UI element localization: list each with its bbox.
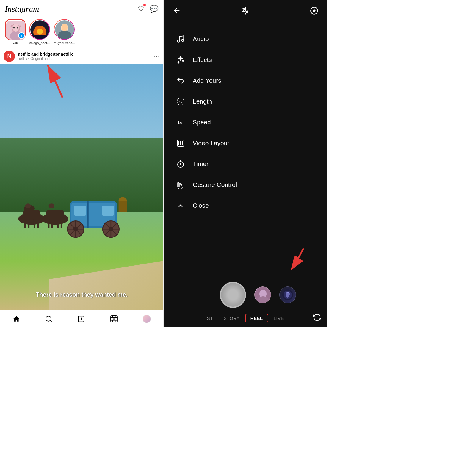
svg-point-59 (182, 39, 184, 41)
mode-tab-reel[interactable]: REEL (245, 314, 268, 322)
video-layout-icon (176, 138, 186, 148)
menu-item-add-yours[interactable]: Add Yours (164, 70, 327, 91)
story-username-man: mr.yaduvans... (54, 41, 75, 45)
menu-item-audio[interactable]: Audio (164, 29, 327, 49)
svg-point-6 (13, 27, 15, 29)
header-icons: ♡ 💬 (138, 5, 159, 13)
svg-point-74 (287, 292, 289, 293)
video-layout-label: Video Layout (193, 140, 229, 147)
timer-icon (176, 159, 186, 169)
capture-row (164, 277, 327, 311)
ig-logo: Instagram (5, 4, 39, 14)
timer-label: Timer (193, 160, 209, 167)
stories-row: + You ssiaga_phot... (0, 17, 163, 48)
close-label: Close (193, 202, 209, 209)
menu-item-speed[interactable]: 1× Speed (164, 112, 327, 133)
nav-search[interactable] (45, 315, 53, 323)
story-item-man[interactable]: mr.yaduvans... (54, 19, 75, 45)
flash-off-icon[interactable] (239, 5, 251, 17)
speed-label: Speed (193, 119, 211, 126)
menu-item-close[interactable]: Close (164, 195, 327, 216)
messenger-icon[interactable]: 💬 (150, 5, 159, 13)
audio-label: Audio (193, 35, 209, 43)
notification-badge (143, 4, 146, 7)
post-username: netflix and bridgertonnetflix (18, 52, 151, 57)
close-chevron-icon (176, 201, 186, 211)
svg-rect-53 (111, 316, 117, 322)
speed-icon: 1× (176, 117, 186, 127)
add-yours-icon (176, 76, 186, 86)
story-username-self: You (12, 41, 18, 45)
length-icon: 15 (176, 96, 186, 107)
length-label: Length (193, 98, 212, 105)
post-more-button[interactable]: ⋯ (154, 53, 160, 60)
settings-icon[interactable] (308, 5, 320, 17)
nav-create[interactable] (77, 315, 85, 323)
svg-point-54 (113, 318, 115, 320)
story-username-sunset: ssiaga_phot... (29, 41, 50, 45)
ig-header: Instagram ♡ 💬 (0, 0, 163, 17)
add-yours-label: Add Yours (193, 77, 221, 84)
svg-text:1×: 1× (178, 120, 182, 125)
post-subtitle: netflix • Original audio (18, 57, 151, 61)
nav-home[interactable] (12, 315, 20, 323)
gesture-control-icon (176, 180, 186, 190)
nav-profile[interactable] (143, 315, 151, 323)
back-button[interactable] (171, 5, 183, 17)
effects-label: Effects (193, 56, 212, 63)
camera-topbar (164, 0, 327, 21)
post: N netflix and bridgertonnetflix netflix … (0, 48, 163, 310)
instagram-feed-panel: Instagram ♡ 💬 (0, 0, 164, 327)
svg-point-57 (313, 10, 315, 12)
gallery-thumbnail[interactable] (254, 286, 271, 303)
mode-tab-post[interactable]: ST (202, 314, 218, 322)
svg-rect-64 (178, 141, 180, 145)
app-icon[interactable] (279, 286, 296, 303)
add-story-badge: + (18, 32, 25, 39)
svg-text:15: 15 (179, 101, 182, 104)
post-caption: There is reason they wanted me. (0, 291, 163, 298)
mode-tabs: ST STORY REEL LIVE (164, 311, 327, 327)
post-avatar: N (4, 51, 15, 62)
svg-point-11 (37, 29, 43, 35)
mode-tab-story[interactable]: STORY (218, 314, 245, 322)
capture-button[interactable] (220, 282, 246, 308)
story-item-sunset[interactable]: ssiaga_phot... (29, 19, 50, 45)
audio-icon (176, 34, 186, 44)
menu-item-video-layout[interactable]: Video Layout (164, 133, 327, 154)
svg-point-7 (17, 27, 18, 29)
nav-reels[interactable] (110, 315, 118, 323)
svg-point-67 (180, 164, 181, 165)
svg-point-51 (46, 316, 51, 321)
post-user-info: netflix and bridgertonnetflix netflix • … (18, 52, 151, 61)
gesture-control-label: Gesture Control (193, 181, 237, 188)
menu-item-timer[interactable]: Timer (164, 154, 327, 174)
svg-rect-65 (181, 141, 183, 145)
camera-bottom: ST STORY REEL LIVE (164, 277, 327, 327)
svg-point-58 (178, 40, 180, 42)
heart-icon[interactable]: ♡ (138, 5, 144, 13)
menu-item-length[interactable]: 15 Length (164, 91, 327, 112)
bottom-nav (0, 310, 163, 327)
camera-menu: Audio Effects Add Yours 15 Length (164, 24, 327, 221)
menu-item-gesture-control[interactable]: Gesture Control (164, 174, 327, 195)
effects-icon (176, 55, 186, 65)
svg-point-15 (62, 24, 68, 31)
story-item-self[interactable]: + You (5, 19, 26, 45)
post-header: N netflix and bridgertonnetflix netflix … (0, 48, 163, 64)
post-image: There is reason they wanted me. (0, 64, 163, 310)
flip-camera-button[interactable] (313, 313, 321, 323)
mode-tab-live[interactable]: LIVE (268, 314, 289, 322)
menu-item-effects[interactable]: Effects (164, 49, 327, 70)
camera-panel: Audio Effects Add Yours 15 Length (164, 0, 327, 327)
